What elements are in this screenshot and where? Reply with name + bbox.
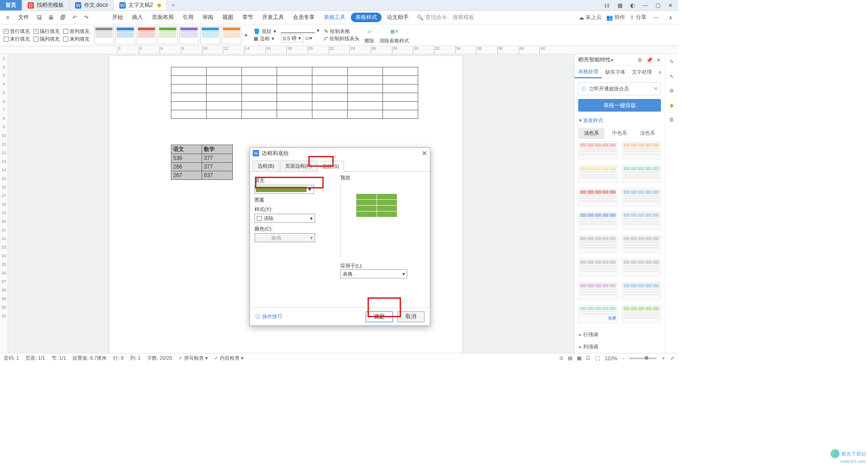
chk-firstrow[interactable]: ✓首行填充 [4, 28, 30, 35]
style-gray[interactable] [94, 26, 114, 44]
settings-icon[interactable]: ⚙ [668, 87, 676, 95]
banner-close-icon[interactable]: ✕ [654, 86, 658, 92]
line-weight-select[interactable]: 0.5磅▾ [281, 34, 303, 42]
cloud-status[interactable]: ☁未上云 [579, 14, 602, 21]
gallery-item[interactable] [622, 188, 661, 207]
horizontal-ruler[interactable]: 24681012141618202224262830323436384042 [0, 46, 678, 54]
layout-toggle-icon[interactable]: ⫿⫿ [601, 0, 613, 10]
menu-review[interactable]: 审阅 [199, 14, 217, 21]
apply-to-combo[interactable]: 表格▾ [340, 269, 407, 278]
command-search[interactable]: 🔍查找命令、搜索模板 [417, 14, 474, 21]
menu-ref[interactable]: 引用 [179, 14, 197, 21]
tab-template[interactable]: D找稻壳模板 [22, 0, 70, 10]
fit-icon[interactable]: ⛶ [595, 356, 600, 361]
filter-medium[interactable]: 中色系 [606, 128, 632, 139]
file-menu[interactable]: 文件 [14, 14, 33, 21]
fullscreen-icon[interactable]: ⤢ [670, 355, 675, 361]
menu-dev[interactable]: 开发工具 [259, 14, 288, 21]
zoom-in-button[interactable]: ＋ [661, 355, 666, 362]
view-print-icon[interactable]: ▤ [568, 355, 572, 361]
status-page[interactable]: 页码: 1 [4, 355, 19, 362]
gallery-item[interactable] [578, 235, 618, 253]
view-outline-icon[interactable]: ☷ [586, 355, 590, 361]
ptab-text[interactable]: 文字处理 [628, 66, 656, 78]
operation-tips-link[interactable]: ⓘ操作技巧 [255, 313, 282, 320]
menu-table-tool[interactable]: 表格工具 [320, 14, 349, 21]
save-icon[interactable]: 🖫 [34, 13, 44, 23]
avatar-icon[interactable]: ◐ [627, 0, 638, 10]
pin-icon[interactable]: 📌 [646, 57, 653, 63]
status-section[interactable]: 节: 1/1 [52, 355, 66, 362]
pencil-icon[interactable]: ✎ [668, 58, 676, 66]
gallery-item[interactable] [622, 258, 661, 277]
zoom-value[interactable]: 122% [604, 356, 617, 361]
menu-thesis[interactable]: 论文助手 [383, 14, 412, 21]
ptab-font[interactable]: 缺失字体 [602, 66, 629, 78]
chk-lastrow[interactable]: 末行填充 [4, 36, 30, 42]
gallery-item[interactable] [622, 235, 661, 253]
eraser-button[interactable]: ▱擦除 [364, 26, 375, 44]
menu-table-style[interactable]: 表格样式 [351, 13, 382, 22]
hamburger-icon[interactable]: ≡ [3, 13, 13, 23]
ptab-table[interactable]: 表格处理 [575, 66, 602, 78]
maximize-button[interactable]: ▢ [652, 0, 664, 10]
menu-layout[interactable]: 页面布局 [148, 14, 177, 21]
style-red[interactable] [137, 26, 156, 44]
undo-icon[interactable]: ↶ [70, 13, 80, 23]
zoom-slider[interactable] [629, 357, 656, 359]
chk-bandedrow[interactable]: ✓隔行填充 [33, 28, 60, 35]
style-more-icon[interactable]: ▾ [243, 26, 249, 44]
fill-color-dropdown[interactable]: ▾ [255, 185, 314, 194]
pattern-style-combo[interactable]: 清除▾ [255, 214, 315, 223]
empty-table[interactable] [171, 67, 418, 119]
data-table[interactable]: 语文数学 536377 266377 267637 [171, 145, 233, 180]
ptab-more-icon[interactable]: ≡ [656, 66, 665, 78]
menu-insert[interactable]: 插入 [128, 14, 146, 21]
menu-section[interactable]: 章节 [239, 14, 257, 21]
gallery-item[interactable] [578, 212, 618, 230]
focus-mode-icon[interactable]: ⊙ [559, 355, 563, 361]
style-orange[interactable] [222, 26, 241, 44]
close-button[interactable]: ✕ [665, 0, 676, 10]
dialog-titlebar[interactable]: W 边框和底纹 ✕ [250, 148, 430, 159]
change-style-link[interactable]: ▾ 更改样式 [579, 117, 660, 124]
pen-color-icon[interactable]: ▭▾ [305, 35, 312, 41]
status-words[interactable]: 字数: 20/20 [147, 355, 172, 362]
tab-doc2[interactable]: W文字文稿2 [114, 0, 167, 10]
tab-border[interactable]: 边框(B) [253, 160, 279, 171]
style-teal[interactable] [200, 26, 220, 44]
draw-table-button[interactable]: ✎绘制表格 [324, 28, 359, 35]
share-button[interactable]: ⇪分享 [630, 14, 646, 21]
border-button[interactable]: ▦边框▾ [254, 35, 276, 42]
style-purple[interactable] [179, 26, 199, 44]
dialog-close-button[interactable]: ✕ [422, 150, 427, 157]
gallery-item[interactable] [622, 282, 661, 300]
diamond-icon[interactable]: ◆ [668, 101, 676, 109]
gallery-item[interactable] [578, 141, 618, 160]
diagonal-header-button[interactable]: ◸绘制斜线表头 [324, 35, 359, 42]
tab-shading[interactable]: 底纹(S) [317, 161, 344, 172]
tab-home[interactable]: 首页 [0, 0, 22, 10]
more-icon[interactable]: ⋯ [651, 13, 661, 23]
cancel-button[interactable]: 取消 [397, 311, 425, 322]
chk-firstcol[interactable]: 首列填充 [63, 28, 90, 35]
clear-style-button[interactable]: ▦✕清除表格样式 [379, 26, 409, 44]
view-web-icon[interactable]: ▦ [577, 355, 581, 361]
style-blue[interactable] [115, 26, 135, 44]
vip-banner[interactable]: ⓘ立即开通超级会员✕ [578, 82, 661, 95]
status-pages[interactable]: 页面: 1/1 [25, 355, 45, 362]
gear-icon[interactable]: ⚙ [637, 57, 642, 63]
shading-button[interactable]: 🪣底纹▾ [254, 28, 276, 35]
minimize-button[interactable]: — [639, 0, 651, 10]
gallery-item[interactable] [622, 305, 661, 323]
chk-lastcol[interactable]: 末列填充 [63, 36, 90, 42]
apps-icon[interactable]: ▦ [614, 0, 626, 10]
ok-button[interactable]: 确定 [366, 311, 393, 322]
gallery-item[interactable] [578, 188, 618, 207]
print-icon[interactable]: 🖶 [46, 13, 56, 23]
gallery-item[interactable] [622, 141, 661, 160]
one-click-layout-button[interactable]: 表格一键排版 [578, 99, 661, 112]
coop-button[interactable]: 👥协作 [606, 14, 625, 21]
col-emphasis-section[interactable]: 列强调 [579, 343, 660, 350]
zoom-out-button[interactable]: − [622, 356, 625, 361]
